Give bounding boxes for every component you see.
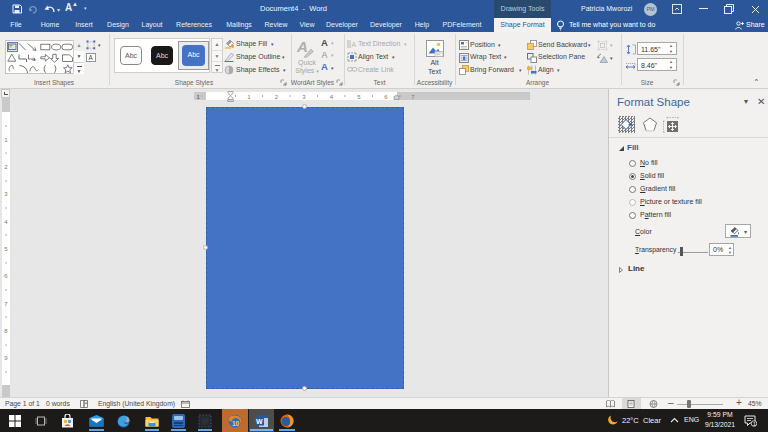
svg-text:4: 4 [330, 94, 334, 100]
svg-text:1: 1 [247, 94, 251, 100]
svg-text:5: 5 [4, 246, 8, 252]
svg-text:A: A [352, 41, 357, 48]
svg-text:2: 2 [4, 164, 8, 170]
svg-text:7: 7 [4, 301, 8, 307]
svg-text:3: 3 [4, 191, 8, 197]
svg-text:7: 7 [411, 94, 415, 100]
svg-text:5: 5 [357, 94, 361, 100]
svg-text:10: 10 [232, 420, 240, 427]
svg-text:9: 9 [4, 355, 8, 361]
svg-text:1: 1 [4, 137, 8, 143]
svg-text:W: W [256, 418, 263, 425]
svg-text:2: 2 [275, 94, 279, 100]
svg-text:6: 6 [384, 94, 388, 100]
svg-text:8: 8 [4, 328, 8, 334]
svg-text:6: 6 [4, 273, 8, 279]
svg-text:3: 3 [302, 94, 306, 100]
svg-text:1: 1 [197, 94, 201, 100]
svg-text:4: 4 [4, 219, 8, 225]
